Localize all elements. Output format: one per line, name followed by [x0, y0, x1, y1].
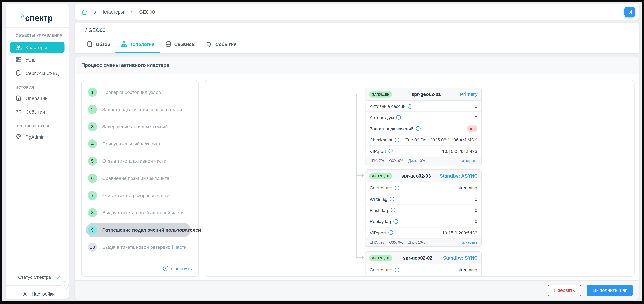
step-item-1[interactable]: 1Проверка состояния узлов — [82, 84, 198, 101]
row-value: 0 — [475, 104, 477, 109]
operations-icon — [16, 95, 22, 101]
step-item-10[interactable]: 10Выдача тикета новой резервной части — [82, 239, 198, 256]
info-icon[interactable]: i — [390, 197, 394, 201]
sidebar-item-pgadmin[interactable]: PgAdmin — [16, 134, 45, 140]
step-item-9-active[interactable]: 9Разрешение подключений пользователей — [82, 221, 198, 239]
logout-button[interactable] — [624, 6, 635, 17]
sidebar-collapse-button[interactable] — [60, 281, 68, 289]
node-card-header: ЗАПУЩЕН spr-geo02-02 Standby: SYNC — [366, 252, 481, 265]
info-icon[interactable]: i — [408, 104, 412, 109]
step-number: 7 — [88, 191, 97, 200]
sidebar-item-db-services[interactable]: Сервисы СУБД — [16, 70, 59, 76]
tab-topology[interactable]: Топология — [116, 36, 160, 53]
breadcrumb: Кластеры GEO00 — [81, 4, 155, 20]
node-card-footer: ЦПУ: 7% ОЗУ: 9% Диск: 10% скрыть — [366, 157, 481, 165]
abort-button[interactable]: Прервать — [548, 285, 581, 296]
chevron-left-icon — [62, 283, 67, 288]
row-value: 0 — [475, 219, 477, 224]
info-icon[interactable]: i — [395, 268, 399, 272]
sidebar-item-label: Узлы — [26, 57, 36, 62]
info-icon[interactable]: i — [395, 185, 399, 190]
disk-stat: Диск: 10% — [408, 240, 425, 245]
cluster-header-card: / GEO00 Обзор Топология Сервисы События — [75, 23, 639, 53]
node-card-footer: ЦПУ: 7% ОЗУ: 9% Диск: 10% скрыть — [366, 239, 481, 246]
node-card-header: ЗАПУЩЕН spr-geo02-03 Standby: ASYNC — [366, 170, 481, 182]
row-label: VIP:port — [370, 149, 386, 153]
breadcrumb-clusters[interactable]: Кластеры — [103, 9, 124, 14]
row-value: streaming — [457, 267, 477, 272]
sidebar-bottom-divider — [6, 285, 68, 286]
collapse-steps-link[interactable]: Свернуть — [162, 265, 192, 272]
sidebar-item-nodes[interactable]: Узлы — [16, 57, 36, 63]
row-value: 0 — [475, 208, 477, 213]
tab-label: События — [215, 42, 236, 47]
step-item-7[interactable]: 7Отзыв тикета резервной части — [82, 187, 198, 204]
process-card: Процесс смены активного кластера 1Провер… — [75, 57, 639, 300]
hide-details-link[interactable]: скрыть — [462, 159, 477, 163]
tab-services[interactable]: Сервисы — [160, 36, 201, 53]
sidebar-section-objects: ОБЪЕКТЫ УПРАВЛЕНИЯ — [16, 33, 62, 37]
topology-connector-line — [356, 257, 362, 258]
node-row: CheckpointiTue 09 Dec 2025 08:11:36 AM M… — [366, 135, 481, 146]
node-role-link[interactable]: Standby: SYNC — [443, 255, 478, 260]
step-item-5[interactable]: 5Отзыв тикета активной части — [82, 152, 198, 170]
info-icon[interactable]: i — [388, 149, 393, 153]
cpu-stat: ЦПУ: 7% — [370, 240, 384, 245]
step-item-3[interactable]: 3Завершение активных сессий — [82, 118, 198, 135]
info-icon[interactable]: i — [396, 115, 401, 120]
row-value: 0 — [475, 197, 477, 202]
step-item-8[interactable]: 8Выдача тикета новой активной части — [82, 204, 198, 221]
home-breadcrumb-link[interactable] — [81, 9, 88, 15]
step-number: 5 — [88, 157, 97, 166]
node-role-link[interactable]: Standby: ASYNC — [440, 173, 478, 178]
sidebar-item-operations[interactable]: Операции — [16, 95, 48, 101]
node-row: Состояниеistreaming — [366, 265, 481, 276]
home-icon — [81, 9, 88, 15]
topology-connector-line — [356, 175, 362, 176]
sidebar-item-clusters[interactable]: Кластеры — [10, 42, 64, 53]
triangle-up-icon — [462, 160, 464, 162]
tab-events[interactable]: События — [201, 36, 242, 53]
step-item-2[interactable]: 2Запрет подключений пользователей — [82, 101, 198, 118]
hide-details-link[interactable]: скрыть — [462, 240, 477, 245]
app-logo: ^спектр — [20, 13, 53, 23]
bell-icon — [206, 41, 212, 47]
step-label: Принудительный чекпоинт — [102, 142, 160, 147]
step-label: Запрет подключений пользователей — [102, 107, 182, 112]
step-item-6[interactable]: 6Сравнение позиций чекпоинта — [82, 170, 198, 187]
status-badge: ЗАПУЩЕН — [369, 255, 392, 261]
topology-icon — [121, 41, 127, 47]
row-label: Flush lag — [370, 208, 388, 213]
arrow-right-icon — [362, 256, 364, 259]
step-number: 8 — [88, 208, 97, 217]
status-badge: ЗАПУЩЕН — [369, 173, 392, 179]
logo-divider — [6, 27, 68, 28]
tab-overview[interactable]: Обзор — [81, 36, 116, 53]
info-icon[interactable]: i — [394, 219, 398, 224]
step-label: Отзыв тикета резервной части — [102, 193, 170, 198]
sidebar-item-events[interactable]: События — [16, 109, 45, 115]
sidebar-section-history: ИСТОРИЯ — [16, 85, 34, 89]
ram-stat: ОЗУ: 9% — [389, 159, 403, 163]
node-name: spr-geo02-01 — [392, 92, 460, 97]
node-row: Запрет подключенийiДА — [366, 123, 481, 135]
user-icon — [22, 291, 28, 297]
info-icon[interactable]: i — [416, 127, 420, 131]
step-item-4[interactable]: 4Принудительный чекпоинт — [82, 135, 198, 152]
process-footer: Прервать Выполнить шаг — [75, 280, 639, 300]
node-role-link[interactable]: Primary — [460, 92, 478, 97]
step-number: 4 — [88, 140, 97, 149]
clipped-row — [366, 276, 481, 277]
execute-step-button[interactable]: Выполнить шаг — [587, 285, 633, 296]
sidebar: ^спектр ОБЪЕКТЫ УПРАВЛЕНИЯ Кластеры Узлы… — [6, 4, 68, 299]
node-row: Write lagi0 — [366, 194, 481, 205]
sidebar-item-settings[interactable]: Настройки — [22, 291, 55, 297]
node-card-standby-async: ЗАПУЩЕН spr-geo02-03 Standby: ASYNC Сост… — [365, 169, 482, 247]
info-icon[interactable]: i — [388, 230, 393, 235]
node-card-primary: ЗАПУЩЕН spr-geo02-01 Primary Активные се… — [365, 88, 482, 165]
topology-connector-line — [356, 94, 365, 94]
info-icon[interactable]: i — [390, 208, 395, 212]
info-icon[interactable]: i — [395, 138, 399, 142]
node-row: Flush lagi0 — [366, 205, 481, 216]
node-row: Replay lagi0 — [366, 216, 481, 227]
